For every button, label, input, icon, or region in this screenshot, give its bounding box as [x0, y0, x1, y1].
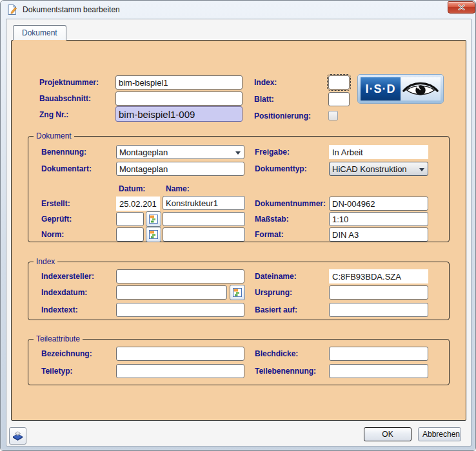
dokumentart-input[interactable]	[116, 162, 244, 176]
teileattribute-group-title: Teileattribute	[34, 334, 83, 343]
basiert-auf-label: Basiert auf:	[255, 305, 297, 315]
indexersteller-input[interactable]	[116, 269, 244, 283]
dokument-group-title: Dokument	[34, 131, 74, 140]
bezeichnung-label: Bezeichnung:	[41, 349, 92, 359]
geprueft-datepicker-button[interactable]	[146, 211, 161, 227]
projektnummer-input[interactable]	[115, 75, 243, 90]
dokumentart-label: Dokumentart:	[41, 164, 92, 174]
norm-datepicker-button[interactable]	[146, 227, 161, 242]
indextext-label: Indextext:	[41, 305, 78, 315]
titlebar[interactable]: Dokumentstamm bearbeiten	[1, 1, 475, 19]
dokumentnummer-input[interactable]	[329, 197, 428, 211]
dokument-group: Dokument Benennung: Montageplan Freigabe…	[28, 136, 450, 242]
format-label: Format:	[255, 229, 284, 240]
norm-name-input[interactable]	[163, 227, 245, 242]
ursprung-label: Ursprung:	[255, 287, 292, 298]
erstellt-name-input[interactable]	[163, 196, 245, 210]
eye-icon	[401, 77, 441, 101]
geprueft-datum-input[interactable]	[116, 212, 144, 226]
indexersteller-label: Indexersteller:	[41, 271, 94, 282]
indexdatum-datepicker-button[interactable]	[230, 285, 245, 300]
index-group: Index Indexersteller: Dateiname: Indexda…	[28, 262, 450, 320]
positionierung-label: Positionierung:	[254, 111, 311, 121]
calendar-icon	[149, 215, 158, 224]
close-button[interactable]	[448, 1, 475, 14]
calendar-icon	[233, 288, 242, 297]
blatt-label: Blatt:	[254, 94, 274, 104]
erstellt-datum-field	[116, 197, 160, 211]
freigabe-field	[329, 145, 428, 159]
zng-nr-input[interactable]	[115, 106, 243, 122]
bezeichnung-input[interactable]	[116, 347, 244, 361]
stamp-button[interactable]	[9, 427, 26, 445]
tab-label: Dokument	[22, 28, 57, 37]
bauabschnitt-label: Bauabschnitt:	[39, 93, 91, 104]
index-group-title: Index	[34, 257, 57, 266]
teiletyp-label: Teiletyp:	[41, 366, 72, 376]
window-title: Dokumentstamm bearbeiten	[23, 5, 120, 14]
name-header: Name:	[166, 184, 190, 194]
stamp-icon	[12, 430, 24, 441]
index-input[interactable]	[328, 75, 350, 90]
isd-logo-text: I·S·D	[361, 77, 401, 101]
basiert-auf-input[interactable]	[329, 303, 428, 317]
calendar-icon	[149, 230, 158, 239]
dialog-client: Dokument Projektnummer: Bauabschnitt: Zn…	[6, 19, 471, 446]
chevron-down-icon	[419, 168, 424, 171]
blechdicke-label: Blechdicke:	[255, 349, 298, 359]
benennung-value: Montageplan	[119, 148, 168, 157]
tab-dokument[interactable]: Dokument	[13, 25, 66, 41]
dialog-window: Dokumentstamm bearbeiten Dokument Projek…	[0, 0, 476, 451]
norm-datum-input[interactable]	[116, 227, 144, 242]
chevron-down-icon	[235, 151, 241, 155]
positionierung-checkbox[interactable]	[328, 111, 338, 120]
zng-nr-label: Zng Nr.:	[39, 110, 68, 120]
dokumentnummer-label: Dokumentnummer:	[255, 198, 326, 209]
dateiname-label: Dateiname:	[255, 271, 297, 282]
bauabschnitt-input[interactable]	[115, 91, 243, 106]
ursprung-input[interactable]	[329, 285, 428, 300]
teileattribute-group: Teileattribute Bezeichnung: Blechdicke: …	[28, 339, 450, 385]
edit-document-icon	[6, 4, 18, 15]
dokumenttyp-value: HiCAD Konstruktion	[332, 164, 407, 174]
dateiname-field	[329, 269, 428, 283]
teilebenennung-label: Teilebenennung:	[255, 366, 316, 376]
index-label: Index:	[254, 77, 277, 88]
indexdatum-input[interactable]	[116, 285, 227, 300]
norm-label: Norm:	[41, 229, 64, 240]
freigabe-label: Freigabe:	[255, 147, 290, 157]
teiletyp-input[interactable]	[116, 364, 244, 378]
erstellt-label: Erstellt:	[41, 198, 70, 209]
dokumenttyp-label: Dokumenttyp:	[255, 164, 307, 174]
format-input[interactable]	[329, 227, 428, 242]
indextext-input[interactable]	[116, 303, 244, 317]
blatt-input[interactable]	[328, 92, 350, 106]
massstab-label: Maßstab:	[255, 214, 289, 224]
dokumenttyp-combobox[interactable]: HiCAD Konstruktion	[329, 162, 428, 176]
dokument-panel: Projektnummer: Bauabschnitt: Zng Nr.: In…	[11, 40, 466, 421]
massstab-input[interactable]	[329, 212, 428, 226]
projektnummer-label: Projektnummer:	[39, 77, 99, 88]
isd-logo: I·S·D	[358, 75, 443, 103]
cancel-button[interactable]: Abbrechen	[418, 427, 461, 441]
geprueft-name-input[interactable]	[163, 212, 245, 226]
ok-button[interactable]: OK	[364, 427, 412, 441]
teilebenennung-input[interactable]	[329, 364, 428, 378]
datum-header: Datum:	[119, 184, 145, 194]
close-icon	[458, 5, 465, 10]
blechdicke-input[interactable]	[329, 347, 428, 361]
indexdatum-label: Indexdatum:	[41, 287, 87, 298]
benennung-label: Benennung:	[41, 147, 86, 157]
benennung-combobox[interactable]: Montageplan	[116, 145, 244, 159]
geprueft-label: Geprüft:	[41, 214, 72, 224]
